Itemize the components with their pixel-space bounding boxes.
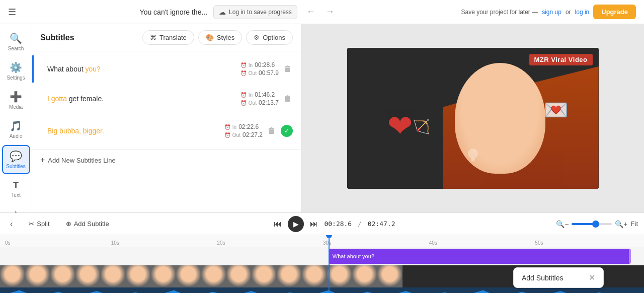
split-tool[interactable]: ✂ Split <box>25 218 53 230</box>
next-button[interactable]: ⏭ <box>310 219 318 229</box>
signup-link[interactable]: sign up <box>542 9 561 16</box>
panel-tabs: ⌘ Translate 🎨 Styles ⚙ Options <box>142 30 293 45</box>
playhead[interactable] <box>329 235 330 293</box>
undo-redo-nav: ← → <box>303 6 338 18</box>
cloud-icon: ☁ <box>219 8 226 16</box>
delete-subtitle-2[interactable]: 🗑 <box>283 93 293 104</box>
fit-button[interactable]: Fit <box>631 220 638 228</box>
ruler-10s: 10s <box>110 240 216 247</box>
heart-left-icon: ❤ <box>387 108 413 143</box>
video-thumb-4 <box>75 265 101 287</box>
video-content: ❤ 💌 🏹 MZR Viral Video <box>347 48 599 189</box>
timeline-back-button[interactable]: ‹ <box>6 217 17 231</box>
sidebar: 🔍 Search ⚙️ Settings ➕ Media 🎵 Audio 💬 S… <box>0 24 32 212</box>
sidebar-item-text[interactable]: T Text <box>2 176 30 202</box>
play-button[interactable]: ▶ <box>288 216 304 232</box>
tab-translate[interactable]: ⌘ Translate <box>142 30 194 45</box>
media-icon: ➕ <box>10 91 22 103</box>
video-thumb-2 <box>25 265 50 287</box>
clock-in-icon-3: ⏰ <box>224 124 230 130</box>
play-indicator <box>468 149 478 159</box>
translate-icon: ⌘ <box>150 34 156 41</box>
prev-button[interactable]: ⏮ <box>274 219 282 229</box>
upgrade-button[interactable]: Upgrade <box>593 5 636 19</box>
sidebar-item-audio[interactable]: 🎵 Audio <box>2 116 30 143</box>
timecode-separator: / <box>358 220 362 228</box>
subtitles-panel: Subtitles ⌘ Translate 🎨 Styles ⚙ Options <box>32 24 301 212</box>
redo-button[interactable]: → <box>323 6 338 18</box>
spacer-3 <box>42 121 43 141</box>
add-subtitle-line-button[interactable]: + Add New Subtitles Line <box>32 149 301 171</box>
search-icon: 🔍 <box>10 32 22 44</box>
subtitle-block-end <box>629 249 631 264</box>
zoom-out-button[interactable]: 🔍− <box>556 220 569 228</box>
add-subtitles-label: Add Subtitles <box>522 274 564 282</box>
sidebar-item-elements[interactable]: ✦ Elements <box>2 204 30 212</box>
video-title-overlay: MZR Viral Video <box>529 54 593 65</box>
zoom-slider-fill <box>572 223 594 225</box>
timing-out-label-1: Out <box>249 70 257 76</box>
plus-icon: + <box>40 156 45 165</box>
ruler-40s: 40s <box>428 240 534 247</box>
zoom-slider-thumb[interactable] <box>592 221 599 228</box>
preview-title: You can't ignore the... <box>140 8 207 16</box>
video-thumb-11 <box>252 265 277 287</box>
video-thumb-1 <box>0 265 25 287</box>
add-subtitle-icon: ⊕ <box>66 220 71 228</box>
timeline-toolbar: ‹ ✂ Split ⊕ Add Subtitle ⏮ ▶ ⏭ 00:28.6 /… <box>0 213 644 235</box>
play-dot <box>471 158 475 162</box>
subtitle-entry-3[interactable]: Big bubba, bigger. ⏰ In 02:22.6 ⏰ Out 02… <box>32 115 301 147</box>
menu-icon[interactable]: ☰ <box>8 7 16 18</box>
ruler-0s: 0s <box>4 240 110 247</box>
tab-styles-label: Styles <box>217 34 234 41</box>
sidebar-item-search[interactable]: 🔍 Search <box>2 28 30 55</box>
sidebar-label-media: Media <box>9 104 23 110</box>
subtitle-entry-2[interactable]: I gotta get female. ⏰ In 01:46.2 ⏰ Out 0… <box>32 83 301 115</box>
video-background: ❤ 💌 🏹 MZR Viral Video <box>347 48 599 189</box>
ruler-50s: 50s <box>534 240 640 247</box>
video-thumb-12 <box>277 265 302 287</box>
zoom-slider[interactable] <box>572 223 612 225</box>
baby-face <box>455 63 545 174</box>
sidebar-label-search: Search <box>8 46 24 51</box>
audio-track <box>0 287 644 293</box>
subtitles-list: What about you? ⏰ In 00:28.6 ⏰ Out 00:57… <box>32 51 301 212</box>
tab-translate-label: Translate <box>159 34 187 41</box>
zoom-in-button[interactable]: 🔍+ <box>615 220 627 228</box>
tab-options[interactable]: ⚙ Options <box>246 30 293 45</box>
subtitle-block-1[interactable]: What about you? <box>329 249 631 264</box>
clock-out-icon-2: ⏰ <box>240 100 247 106</box>
add-line-label: Add New Subtitles Line <box>48 157 115 164</box>
active-indicator: ✓ <box>281 125 293 137</box>
playback-controls: ⏮ ▶ ⏭ 00:28.6 / 02:47.2 <box>121 216 548 232</box>
or-text: or <box>566 9 571 16</box>
save-progress-label: Log in to save progress <box>229 9 292 16</box>
topbar-right: Save your project for later — sign up or… <box>461 5 636 19</box>
subtitle-entry-1[interactable]: What about you? ⏰ In 00:28.6 ⏰ Out 00:57… <box>32 55 301 83</box>
tab-styles[interactable]: 🎨 Styles <box>198 30 242 45</box>
subtitle-highlight-1: you? <box>86 65 101 73</box>
sidebar-item-settings[interactable]: ⚙️ Settings <box>2 57 30 85</box>
subtitle-highlight-3: Big bubba, bigger. <box>47 127 104 135</box>
login-link[interactable]: log in <box>575 9 590 16</box>
timing-out-1: ⏰ Out 00:57.9 <box>240 69 279 77</box>
video-thumb-13 <box>302 265 327 287</box>
topbar-center: You can't ignore the... ☁ Log in to save… <box>24 5 453 19</box>
subtitle-highlight-2: I gotta <box>47 95 67 103</box>
timing-in-label-3: In <box>232 124 236 130</box>
tooltip-close-button[interactable]: ✕ <box>589 273 595 282</box>
add-subtitle-tool[interactable]: ⊕ Add Subtitle <box>62 218 113 230</box>
sidebar-label-text: Text <box>11 192 20 198</box>
video-thumb-8 <box>176 265 201 287</box>
timing-out-3: ⏰ Out 02:27.2 <box>224 131 263 138</box>
video-thumb-7 <box>151 265 176 287</box>
sidebar-item-media[interactable]: ➕ Media <box>2 87 30 114</box>
subtitle-timing-1: ⏰ In 00:28.6 ⏰ Out 00:57.9 <box>240 61 279 77</box>
sidebar-item-subtitles[interactable]: 💬 Subtitles <box>2 145 30 174</box>
delete-subtitle-3[interactable]: 🗑 <box>267 125 277 136</box>
save-progress-button[interactable]: ☁ Log in to save progress <box>213 5 297 19</box>
ruler-marks: 0s 10s 20s 30s 40s 50s <box>4 240 640 247</box>
delete-subtitle-1[interactable]: 🗑 <box>283 63 293 75</box>
undo-button[interactable]: ← <box>303 6 318 18</box>
settings-icon: ⚙️ <box>10 61 22 74</box>
